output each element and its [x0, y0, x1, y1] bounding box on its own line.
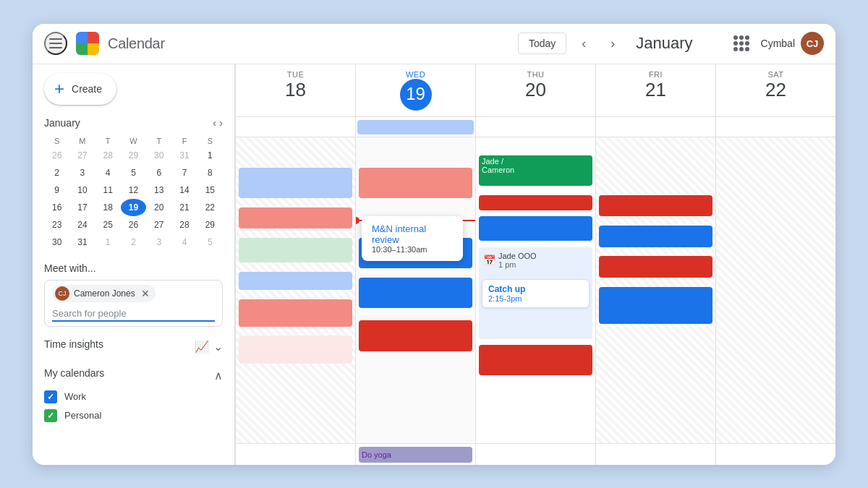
table-row[interactable]: 28	[171, 216, 197, 234]
table-row[interactable]: 7	[171, 164, 197, 181]
event-wed-1[interactable]	[359, 168, 472, 198]
event-tue-3[interactable]	[239, 238, 352, 262]
event-fri-3[interactable]	[599, 256, 712, 278]
table-row[interactable]: 4	[95, 164, 121, 181]
next-button[interactable]: ›	[601, 32, 624, 55]
table-row[interactable]: 18	[95, 199, 121, 216]
event-thu-jade-ooo[interactable]: 📅 Jade OOO 1 pm Catch up 2:15-3pm	[479, 247, 592, 339]
yoga-wed: Do yoga	[355, 444, 475, 465]
event-tue-6[interactable]	[239, 335, 352, 363]
event-fri-2[interactable]	[599, 226, 712, 247]
user-chip[interactable]: Cymbal CJ	[761, 32, 824, 55]
table-row[interactable]: 25	[95, 216, 121, 234]
table-row[interactable]: 2	[121, 234, 146, 251]
header-month: January	[636, 34, 692, 53]
table-row[interactable]: 23	[44, 216, 69, 234]
table-row[interactable]: 22	[197, 199, 223, 216]
insights-chart-icon[interactable]: 📈	[195, 340, 209, 354]
event-fri-4[interactable]	[599, 287, 712, 324]
mini-calendar: January ‹ › S M T W T F	[44, 116, 223, 251]
table-row[interactable]: 12	[121, 181, 146, 199]
table-row[interactable]: 24	[69, 216, 95, 234]
event-popup[interactable]: M&N internal review 10:30–11:30am	[362, 216, 463, 261]
table-row[interactable]: 2	[44, 164, 69, 181]
work-label: Work	[64, 391, 86, 402]
table-row[interactable]: 29	[121, 147, 146, 164]
table-row[interactable]: 13	[146, 181, 171, 199]
my-calendars-header: My calendars ∧	[44, 367, 223, 385]
contact-remove-button[interactable]: ✕	[141, 288, 150, 299]
do-yoga-event[interactable]: Do yoga	[359, 447, 472, 463]
days-grid: M&N internal review 10:30–11:30am Jade /…	[235, 137, 835, 443]
table-row[interactable]: 30	[146, 147, 171, 164]
table-row[interactable]: 28	[95, 147, 121, 164]
meet-with-title: Meet with...	[44, 262, 223, 274]
table-row[interactable]: 4	[171, 234, 197, 251]
table-row[interactable]: 6	[146, 164, 171, 181]
table-row[interactable]: 9	[44, 181, 69, 199]
create-button[interactable]: + Create	[44, 73, 116, 105]
today-button[interactable]: Today	[518, 33, 566, 54]
calendar-item-work[interactable]: ✓ Work	[44, 390, 223, 403]
day-header-thu[interactable]: THU 20	[475, 64, 595, 116]
cal-header: TUE 18 WED 19 THU 20 FRI 21 SAT 22	[235, 64, 835, 117]
day-header-sat[interactable]: SAT 22	[715, 64, 835, 116]
mini-cal-prev[interactable]: ‹	[213, 117, 216, 129]
event-wed-3[interactable]	[359, 278, 472, 308]
work-checkbox[interactable]: ✓	[44, 390, 57, 403]
event-tue-1[interactable]	[239, 168, 352, 198]
menu-button[interactable]	[44, 32, 67, 55]
day-header-tue[interactable]: TUE 18	[235, 64, 355, 116]
apps-grid-icon[interactable]	[733, 35, 749, 51]
calendar-item-personal[interactable]: ✓ Personal	[44, 409, 223, 422]
time-insights-title: Time insights	[44, 338, 103, 350]
table-row[interactable]: 31	[171, 147, 197, 164]
day-header-fri[interactable]: FRI 21	[595, 64, 715, 116]
insights-expand-icon[interactable]: ⌄	[213, 340, 223, 354]
table-row[interactable]: 26	[44, 147, 69, 164]
user-name: Cymbal	[761, 38, 795, 49]
table-row[interactable]: 21	[171, 199, 197, 216]
calendar-list: ✓ Work ✓ Personal	[44, 390, 223, 422]
table-row[interactable]: 5	[197, 234, 223, 251]
do-yoga-label: Do yoga	[362, 450, 391, 459]
table-row[interactable]: 29	[197, 216, 223, 234]
table-row[interactable]: 26	[121, 216, 146, 234]
table-row[interactable]: 15	[197, 181, 223, 199]
table-row[interactable]: 20	[146, 199, 171, 216]
prev-button[interactable]: ‹	[572, 32, 595, 55]
event-tue-4[interactable]	[239, 272, 352, 290]
table-row[interactable]: 5	[121, 164, 146, 181]
table-row[interactable]: 10	[69, 181, 95, 199]
table-row[interactable]: 27	[146, 216, 171, 234]
table-row[interactable]: 11	[95, 181, 121, 199]
table-row[interactable]: 3	[146, 234, 171, 251]
event-tue-2[interactable]	[239, 207, 352, 229]
table-row[interactable]: 8	[197, 164, 223, 181]
table-row[interactable]: 3	[69, 164, 95, 181]
event-tue-5[interactable]	[239, 299, 352, 327]
table-row[interactable]: 16	[44, 199, 69, 216]
table-row[interactable]: 30	[44, 234, 69, 251]
table-row[interactable]: 14	[171, 181, 197, 199]
table-row[interactable]: 17	[69, 199, 95, 216]
table-row[interactable]: 19	[121, 199, 146, 216]
event-wed-4[interactable]	[359, 320, 472, 351]
day-header-wed[interactable]: WED 19	[355, 64, 475, 116]
event-fri-1[interactable]	[599, 195, 712, 217]
table-row[interactable]: 31	[69, 234, 95, 251]
event-thu-red[interactable]	[479, 195, 592, 210]
table-row[interactable]: 27	[69, 147, 95, 164]
table-row[interactable]: 1	[95, 234, 121, 251]
all-day-sat	[715, 117, 835, 137]
mini-cal-next[interactable]: ›	[219, 117, 223, 129]
table-row[interactable]: 1	[197, 147, 223, 164]
event-thu-red-2[interactable]	[479, 345, 592, 375]
mini-cal-title: January	[44, 117, 80, 129]
personal-checkbox[interactable]: ✓	[44, 409, 57, 422]
search-input[interactable]	[52, 308, 215, 322]
all-day-event-wed[interactable]	[357, 120, 474, 134]
event-thu-blue[interactable]	[479, 216, 592, 241]
event-thu-green[interactable]: Jade /Cameron	[479, 155, 592, 186]
my-calendars-collapse-icon[interactable]: ∧	[214, 369, 223, 382]
